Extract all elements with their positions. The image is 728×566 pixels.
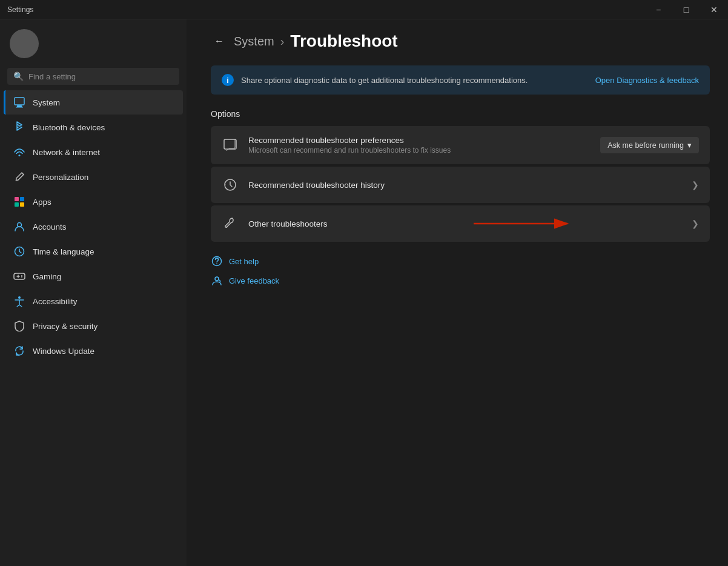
maximize-button[interactable]: □ <box>672 0 700 19</box>
accounts-icon <box>13 221 25 233</box>
sidebar-item-accounts[interactable]: Accounts <box>4 215 183 239</box>
option-prefs-text: Recommended troubleshooter preferences M… <box>248 136 591 155</box>
sidebar-label-gaming: Gaming <box>33 272 61 281</box>
avatar <box>10 29 39 58</box>
personalization-icon <box>13 171 25 183</box>
sidebar-item-accessibility[interactable]: Accessibility <box>4 289 183 313</box>
titlebar: Settings − □ ✕ <box>0 0 728 19</box>
sidebar-label-apps: Apps <box>33 198 51 207</box>
sidebar-label-privacy: Privacy & security <box>33 322 98 331</box>
breadcrumb: ← System › Troubleshoot <box>211 32 710 51</box>
privacy-icon <box>13 320 25 332</box>
search-box[interactable]: 🔍 <box>7 68 179 85</box>
svg-rect-2 <box>16 107 23 108</box>
svg-point-16 <box>227 227 228 228</box>
minimize-button[interactable]: − <box>644 0 672 19</box>
bluetooth-icon <box>13 121 25 133</box>
breadcrumb-parent[interactable]: System <box>234 35 274 48</box>
sidebar-label-update: Windows Update <box>33 347 94 356</box>
svg-rect-6 <box>15 202 19 207</box>
info-banner: i Share optional diagnostic data to get … <box>211 65 710 95</box>
option-other-troubleshooters[interactable]: Other troubleshooters ❯ <box>211 205 710 242</box>
time-icon <box>13 245 25 258</box>
option-recommended-history[interactable]: Recommended troubleshooter history ❯ <box>211 167 710 203</box>
svg-point-13 <box>18 296 21 299</box>
chevron-down-icon: ▾ <box>687 141 692 150</box>
sidebar-item-system[interactable]: System <box>4 90 183 115</box>
sidebar-label-bluetooth: Bluetooth & devices <box>33 123 105 132</box>
option-other-text: Other troubleshooters <box>248 219 682 228</box>
nav-items: System Bluetooth & devices <box>0 90 187 566</box>
sidebar-item-bluetooth[interactable]: Bluetooth & devices <box>4 115 183 139</box>
sidebar-item-time[interactable]: Time & language <box>4 239 183 264</box>
option-prefs-desc: Microsoft can recommend and run troubles… <box>248 146 591 155</box>
info-message: Share optional diagnostic data to get ad… <box>241 76 588 85</box>
give-feedback-label: Give feedback <box>229 276 279 285</box>
sidebar-item-network[interactable]: Network & internet <box>4 140 183 164</box>
svg-rect-0 <box>15 98 24 105</box>
svg-rect-7 <box>20 202 24 207</box>
option-prefs-right: Ask me before running ▾ <box>600 137 699 153</box>
troubleshooter-prefs-dropdown[interactable]: Ask me before running ▾ <box>600 137 699 153</box>
sidebar-label-time: Time & language <box>33 247 94 256</box>
svg-rect-5 <box>20 197 24 201</box>
back-button[interactable]: ← <box>211 33 228 50</box>
sidebar-label-network: Network & internet <box>33 148 100 157</box>
app-container: 🔍 System B <box>0 19 728 566</box>
svg-point-12 <box>21 276 22 278</box>
option-prefs-title: Recommended troubleshooter preferences <box>248 136 591 145</box>
app-title: Settings <box>7 5 33 14</box>
sidebar-item-privacy[interactable]: Privacy & security <box>4 314 183 338</box>
chat-icon <box>222 137 239 154</box>
wrench-icon <box>222 215 239 232</box>
gaming-icon <box>13 270 25 282</box>
svg-point-11 <box>21 275 22 276</box>
help-links: Get help Give feedback <box>211 254 710 288</box>
option-history-title: Recommended troubleshooter history <box>248 181 682 190</box>
close-button[interactable]: ✕ <box>700 0 728 19</box>
sidebar-item-update[interactable]: Windows Update <box>4 339 183 363</box>
get-help-icon <box>211 255 223 267</box>
options-section-title: Options <box>211 109 710 119</box>
update-icon <box>13 345 25 357</box>
chevron-right-icon: ❯ <box>692 180 699 190</box>
diagnostics-link[interactable]: Open Diagnostics & feedback <box>595 76 699 85</box>
accessibility-icon <box>13 295 25 307</box>
sidebar: 🔍 System B <box>0 19 187 566</box>
dropdown-label: Ask me before running <box>607 141 684 150</box>
sidebar-label-personalization: Personalization <box>33 173 88 182</box>
option-history-text: Recommended troubleshooter history <box>248 181 682 190</box>
svg-rect-1 <box>17 105 22 107</box>
main-content: ← System › Troubleshoot i Share optional… <box>187 19 728 566</box>
network-icon <box>13 146 25 158</box>
svg-point-19 <box>216 263 217 264</box>
breadcrumb-separator: › <box>280 35 285 48</box>
breadcrumb-current: Troubleshoot <box>290 32 397 51</box>
sidebar-label-system: System <box>33 98 60 107</box>
user-profile <box>0 24 187 68</box>
give-feedback-icon <box>211 275 223 287</box>
search-input[interactable] <box>28 72 173 81</box>
apps-icon <box>13 196 25 208</box>
info-icon: i <box>222 74 234 86</box>
option-recommended-prefs[interactable]: Recommended troubleshooter preferences M… <box>211 126 710 164</box>
svg-point-20 <box>215 277 219 281</box>
window-controls: − □ ✕ <box>644 0 728 19</box>
svg-rect-4 <box>15 197 19 201</box>
sidebar-item-apps[interactable]: Apps <box>4 190 183 214</box>
chevron-right-other-icon: ❯ <box>692 219 699 228</box>
sidebar-label-accessibility: Accessibility <box>33 297 78 306</box>
sidebar-label-accounts: Accounts <box>33 222 67 231</box>
svg-rect-14 <box>224 139 236 149</box>
option-other-right: ❯ <box>692 219 699 228</box>
search-icon: 🔍 <box>13 72 24 81</box>
option-other-title: Other troubleshooters <box>248 219 682 228</box>
svg-point-3 <box>19 155 21 156</box>
sidebar-item-gaming[interactable]: Gaming <box>4 264 183 288</box>
give-feedback-link[interactable]: Give feedback <box>211 273 710 288</box>
get-help-link[interactable]: Get help <box>211 254 710 268</box>
option-history-right: ❯ <box>692 180 699 190</box>
sidebar-item-personalization[interactable]: Personalization <box>4 165 183 189</box>
system-icon <box>13 96 25 108</box>
get-help-label: Get help <box>229 257 259 266</box>
